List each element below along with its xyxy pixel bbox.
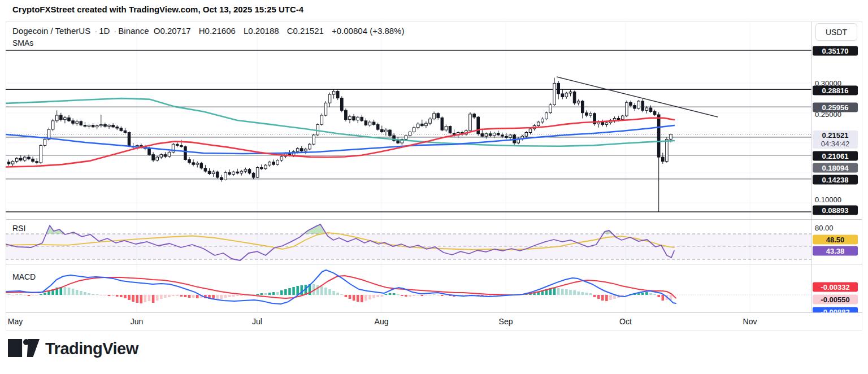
pane-separator-main-rsi[interactable] xyxy=(6,219,862,220)
smas-indicator-label[interactable]: SMAs xyxy=(12,38,33,47)
rsi-indicator-label[interactable]: RSI xyxy=(12,224,25,233)
month-label-oct[interactable]: Oct xyxy=(619,317,632,326)
price-level-badge: 0.21061 xyxy=(813,151,858,161)
month-label-sep[interactable]: Sep xyxy=(499,317,513,326)
current-price-badge: 0.2152104:34:42 xyxy=(813,131,858,149)
legend-separator: · xyxy=(114,26,116,36)
month-label-may[interactable]: May xyxy=(8,317,23,326)
symbol-legend[interactable]: Dogecoin / TetherUS·1D·Binance O0.20717 … xyxy=(12,26,412,36)
close-value: C0.21521 xyxy=(287,26,324,36)
currency-toggle-button[interactable]: USDT xyxy=(815,23,857,41)
price-level-badge: 0.35170 xyxy=(813,46,858,56)
symbol-name[interactable]: Dogecoin / TetherUS xyxy=(12,26,90,36)
low-value: L0.20188 xyxy=(244,26,279,36)
month-label-jul[interactable]: Jul xyxy=(252,317,262,326)
macd-indicator-label[interactable]: MACD xyxy=(12,272,36,281)
month-label-nov[interactable]: Nov xyxy=(743,317,757,326)
legend-separator: · xyxy=(94,26,97,36)
price-axis-tick: 80.00 xyxy=(815,224,860,232)
price-axis[interactable]: 0.351700.300000.288160.259560.250000.210… xyxy=(812,21,868,312)
open-value: O0.20717 xyxy=(154,26,191,36)
price-level-badge: 0.08893 xyxy=(813,206,858,215)
price-level-badge: -0.00332 xyxy=(813,282,858,292)
price-level-badge: -0.00882 xyxy=(813,307,858,313)
bar-countdown: 04:34:42 xyxy=(813,140,858,148)
change-value: +0.00804 (+3.88%) xyxy=(332,26,404,36)
price-level-badge: -0.00550 xyxy=(813,295,858,305)
price-axis-tick: 0.10000 xyxy=(815,195,860,204)
price-level-badge: 0.28816 xyxy=(813,86,858,95)
price-level-badge: 0.18094 xyxy=(813,163,858,173)
tradingview-logo-icon xyxy=(8,339,40,358)
pane-separator-rsi-macd[interactable] xyxy=(6,264,862,264)
month-label-aug[interactable]: Aug xyxy=(375,317,389,326)
price-level-badge: 43.38 xyxy=(813,246,858,256)
price-level-badge: 0.14238 xyxy=(813,175,858,185)
current-price-value: 0.21521 xyxy=(813,131,858,140)
tradingview-logo-text: TradingView xyxy=(45,340,138,358)
price-axis-tick: 0.25000 xyxy=(815,110,860,119)
tradingview-logo[interactable]: TradingView xyxy=(8,339,138,358)
exchange-label[interactable]: Binance xyxy=(118,26,149,36)
interval-label[interactable]: 1D xyxy=(99,26,110,36)
price-level-badge: 48.50 xyxy=(813,235,858,245)
time-axis[interactable]: MayJunJulAugSepOctNov xyxy=(0,312,811,330)
high-value: H0.21606 xyxy=(199,26,236,36)
month-label-jun[interactable]: Jun xyxy=(131,317,144,326)
